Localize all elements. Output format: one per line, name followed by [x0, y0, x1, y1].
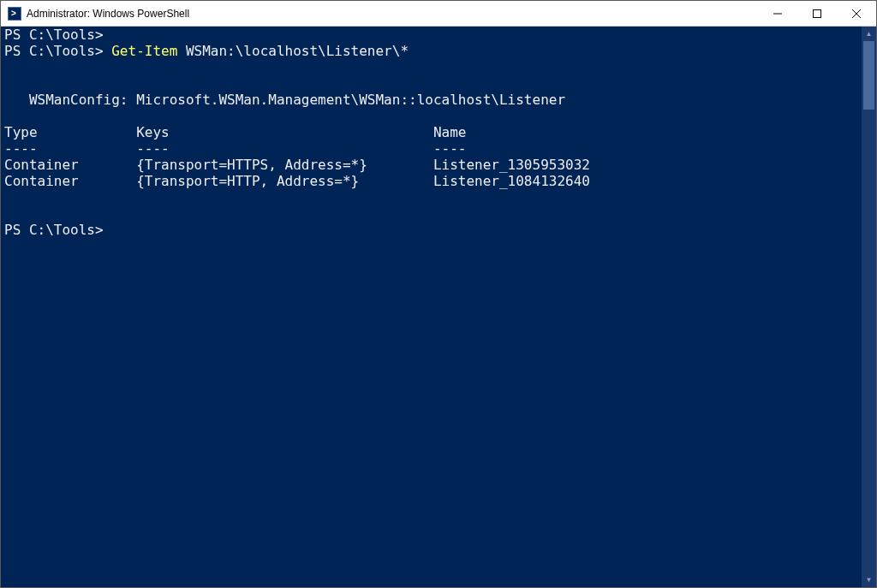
window-controls	[758, 1, 876, 26]
table-header: Type Keys Name	[4, 124, 466, 140]
minimize-button[interactable]	[758, 1, 797, 26]
minimize-icon	[773, 9, 782, 18]
cmdlet-token: Get-Item	[111, 43, 177, 59]
close-icon	[852, 9, 861, 18]
prompt-line: PS C:\Tools>	[4, 27, 104, 43]
svg-rect-1	[814, 9, 821, 17]
maximize-icon	[813, 9, 821, 18]
prompt-line: PS C:\Tools>	[4, 222, 104, 238]
scroll-down-arrow-icon[interactable]: ▼	[862, 573, 876, 587]
prompt-line: PS C:\Tools>	[4, 43, 111, 59]
window-title: Administrator: Windows PowerShell	[27, 8, 758, 20]
scroll-up-arrow-icon[interactable]: ▲	[862, 27, 876, 41]
vertical-scrollbar[interactable]: ▲ ▼	[862, 27, 876, 587]
table-rule: ---- ---- ----	[4, 140, 466, 157]
maximize-button[interactable]	[797, 1, 837, 26]
titlebar[interactable]: Administrator: Windows PowerShell	[1, 1, 876, 27]
client-area: PS C:\Tools> PS C:\Tools> Get-Item WSMan…	[1, 27, 876, 587]
terminal-output[interactable]: PS C:\Tools> PS C:\Tools> Get-Item WSMan…	[1, 27, 862, 587]
scrollbar-track-space[interactable]	[862, 41, 876, 573]
cmd-argument: WSMan:\localhost\Listener\*	[177, 43, 409, 59]
table-row: Container {Transport=HTTPS, Address=*} L…	[4, 157, 590, 173]
wsman-config-header: WSManConfig: Microsoft.WSMan.Management\…	[4, 92, 565, 108]
powershell-icon	[8, 7, 21, 21]
table-row: Container {Transport=HTTP, Address=*} Li…	[4, 173, 590, 189]
powershell-window: Administrator: Windows PowerShell PS C:\…	[0, 0, 877, 588]
close-button[interactable]	[837, 1, 876, 26]
scrollbar-thumb[interactable]	[863, 41, 874, 110]
